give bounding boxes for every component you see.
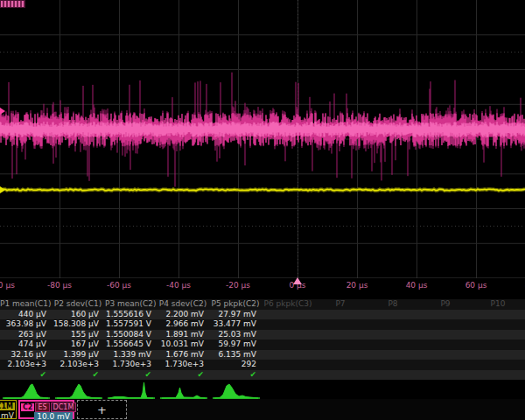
measure-value-cell: 160 µV [52, 310, 105, 319]
time-axis-label: -20 µs [226, 281, 250, 290]
time-axis: -100 µs-80 µs-60 µs-40 µs-20 µs0 µs20 µs… [0, 278, 525, 292]
table-row: ✔✔✔✔✔ [0, 370, 525, 381]
histicon-p4[interactable] [158, 381, 209, 400]
time-axis-label: 40 µs [406, 281, 428, 290]
status-check-icon: ✔ [105, 370, 158, 380]
measure-column-header[interactable]: P2 sdev(C1) [52, 299, 105, 309]
histicon-p5[interactable] [211, 381, 262, 400]
measure-value-cell: 158.308 µV [52, 319, 105, 329]
c2-channel-badge: C2 [21, 403, 34, 411]
measure-value-cell: 2.200 mV [158, 310, 210, 319]
add-trace-button[interactable]: + [77, 400, 127, 419]
time-axis-label: -40 µs [166, 281, 191, 290]
measure-value-cell: 1.550084 V [105, 330, 158, 340]
table-row: 2.103e+32.103e+31.730e+31.730e+3292 [0, 360, 525, 370]
time-axis-label: 20 µs [346, 281, 368, 290]
oscilloscope-screen: -100 µs-80 µs-60 µs-40 µs-20 µs0 µs20 µs… [0, 0, 525, 420]
table-row: 474 µV167 µV1.556645 V10.031 mV59.97 mV [0, 340, 525, 350]
table-row: 363.98 µV158.308 µV1.557591 V2.966 mV33.… [0, 319, 525, 330]
measure-value-cell: 440 µV [0, 310, 52, 319]
time-axis-label: -100 µs [0, 281, 15, 290]
measure-value-cell: 59.97 mV [210, 340, 262, 349]
histicon-p2[interactable] [53, 381, 104, 400]
measure-value-cell: 33.477 mV [210, 319, 262, 329]
measure-value-cell: 155 µV [52, 330, 105, 340]
measure-value-cell: 10.031 mV [158, 340, 210, 349]
time-axis-label: -80 µs [47, 281, 72, 290]
measure-value-cell: 1.399 µV [52, 350, 105, 360]
c1-level-marker-icon[interactable] [0, 186, 5, 193]
histicon-p3[interactable] [106, 381, 157, 400]
table-row: 440 µV160 µV1.555616 V2.200 mV27.97 mV [0, 310, 525, 320]
waveform-grid-area[interactable] [0, 0, 525, 278]
status-check-icon: ✔ [0, 370, 52, 380]
measure-value-cell: 1.730e+3 [105, 360, 158, 369]
measure-column-header[interactable]: P4 sdev(C2) [158, 299, 210, 309]
table-row: 263 µV155 µV1.550084 V1.891 mV25.03 mV [0, 330, 525, 340]
measure-value-cell: 27.97 mV [210, 310, 262, 319]
measure-value-cell: 263 µV [0, 330, 52, 340]
measure-value-cell: 32.16 µV [0, 350, 52, 360]
trace-annotation-badge [0, 0, 25, 8]
c2-coupling-badge: DC1M [51, 402, 77, 412]
c2-vertical-scale: 10.0 mV [34, 412, 73, 420]
measure-value-cell: 1.891 mV [158, 330, 210, 340]
table-row: P1 mean(C1)P2 sdev(C1)P3 mean(C2)P4 sdev… [0, 299, 525, 310]
c1-descriptor-box[interactable]: DC1M 10.0 mV [0, 400, 17, 419]
measure-value-cell: 6.135 mV [210, 350, 262, 360]
measure-column-header[interactable]: P1 mean(C1) [0, 299, 52, 309]
measure-value-cell: 2.966 mV [158, 319, 210, 329]
descriptor-bar: DC1M 10.0 mV C2 ES DC1M 10.0 mV + HD 12 … [0, 399, 525, 420]
waveform-traces [0, 0, 525, 278]
measurement-histicons[interactable] [0, 381, 525, 400]
measure-value-cell: 1.556645 V [105, 340, 158, 349]
time-axis-label: -60 µs [107, 281, 131, 290]
measure-value-cell: 1.730e+3 [158, 360, 210, 369]
measure-value-cell: 2.103e+3 [0, 360, 52, 369]
c2-eres-badge: ES [35, 402, 49, 412]
c1-coupling-badge: DC1M [0, 402, 15, 410]
measure-value-cell: 1.555616 V [105, 310, 158, 319]
measure-value-cell: 292 [210, 360, 262, 369]
trigger-position-icon[interactable] [293, 277, 302, 284]
measure-value-cell: 1.676 mV [158, 350, 210, 360]
measure-column-header[interactable]: P7 [315, 299, 368, 309]
c2-level-marker-icon[interactable] [0, 108, 5, 115]
measure-value-cell: 1.339 mV [105, 350, 158, 360]
histicon-p1[interactable] [1, 381, 52, 400]
plus-icon: + [97, 404, 107, 416]
measurement-table: P1 mean(C1)P2 sdev(C1)P3 mean(C2)P4 sdev… [0, 299, 525, 380]
measure-column-header[interactable]: P3 mean(C2) [105, 299, 158, 309]
measure-value-cell: 363.98 µV [0, 319, 52, 329]
time-axis-label: 60 µs [466, 281, 487, 290]
measure-value-cell: 474 µV [0, 340, 52, 349]
measure-column-header[interactable]: P6 pkpk(C3) [262, 299, 315, 309]
status-check-icon: ✔ [52, 370, 105, 380]
measure-value-cell: 25.03 mV [210, 330, 262, 340]
c1-vertical-scale: 10.0 mV [0, 410, 16, 420]
measure-column-header[interactable]: P9 [420, 299, 472, 309]
measure-value-cell: 2.103e+3 [52, 360, 105, 369]
measure-column-header[interactable]: P10 [472, 299, 525, 309]
table-row: 32.16 µV1.399 µV1.339 mV1.676 mV6.135 mV [0, 350, 525, 360]
measure-value-cell: 1.557591 V [105, 319, 158, 329]
c2-descriptor-box[interactable]: C2 ES DC1M 10.0 mV [18, 400, 74, 419]
measure-value-cell: 167 µV [52, 340, 105, 349]
status-check-icon: ✔ [210, 370, 262, 380]
status-check-icon: ✔ [158, 370, 210, 380]
measure-column-header[interactable]: P8 [368, 299, 420, 309]
measure-column-header[interactable]: P5 pkpk(C2) [210, 299, 262, 309]
